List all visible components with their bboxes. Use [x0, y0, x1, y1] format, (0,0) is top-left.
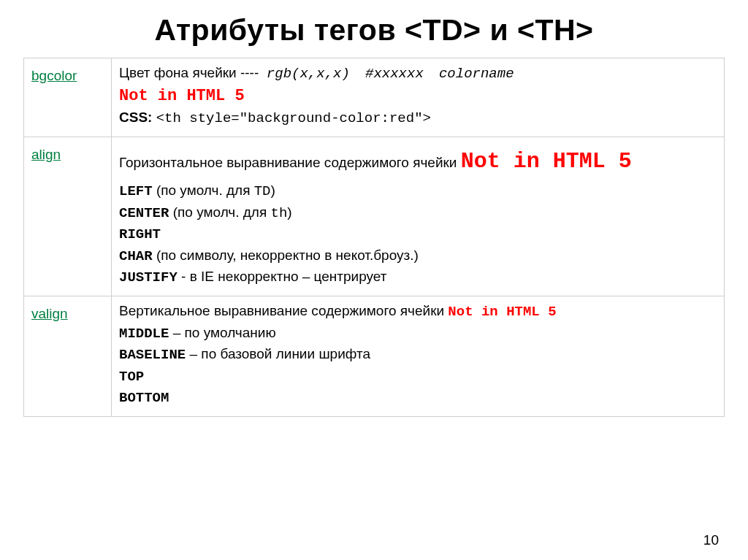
table-row: valign Вертикальное выравнивание содержи…: [24, 296, 725, 416]
value-justify: JUSTIFY: [119, 269, 178, 285]
not-in-html5-badge: Not in HTML 5: [119, 87, 245, 105]
value-center-close: ): [287, 204, 291, 220]
attr-link-valign[interactable]: valign: [24, 296, 112, 416]
attr-link-align[interactable]: align: [24, 137, 112, 296]
value-left-tag: TD: [254, 183, 271, 199]
css-code: <th style="background-color:red">: [156, 110, 431, 126]
table-row: align Горизонтальное выравнивание содерж…: [24, 137, 725, 296]
desc-text: Горизонтальное выравнивание содержимого …: [119, 155, 457, 170]
value-top: TOP: [119, 369, 144, 385]
page-title: Атрибуты тегов <TD> и <TH>: [0, 0, 748, 58]
value-center-tag: th: [271, 205, 288, 221]
value-left-close: ): [271, 183, 275, 198]
value-middle: MIDDLE: [119, 326, 169, 342]
value-left: LEFT: [119, 183, 153, 199]
css-label: CSS:: [119, 110, 152, 125]
value-justify-note: - в IE некорректно – центрирует: [178, 269, 387, 284]
code-hex: #хххххх: [365, 66, 424, 82]
attr-desc-valign: Вертикальное выравнивание содержимого яч…: [112, 296, 725, 416]
value-bottom: BOTTOM: [119, 390, 169, 406]
value-char: CHAR: [119, 248, 153, 264]
desc-text: Вертикальное выравнивание содержимого яч…: [119, 303, 448, 318]
attr-desc-bgcolor: Цвет фона ячейки ---- rgb(x,x,x) #хххххх…: [112, 58, 725, 137]
desc-text: Цвет фона ячейки ----: [119, 65, 259, 80]
table-row: bgcolor Цвет фона ячейки ---- rgb(x,x,x)…: [24, 58, 725, 137]
page-number: 10: [703, 532, 719, 548]
code-rgb: rgb(x,x,x): [267, 66, 350, 82]
value-center-note: (по умолч. для: [169, 204, 270, 220]
value-right: RIGHT: [119, 226, 161, 242]
attr-desc-align: Горизонтальное выравнивание содержимого …: [112, 137, 725, 296]
value-middle-note: – по умолчанию: [169, 325, 275, 340]
code-colorname: colorname: [439, 66, 514, 82]
value-baseline-note: – по базовой линии шрифта: [186, 346, 370, 361]
attr-link-bgcolor[interactable]: bgcolor: [24, 58, 112, 137]
value-center: CENTER: [119, 205, 169, 221]
attributes-table: bgcolor Цвет фона ячейки ---- rgb(x,x,x)…: [23, 58, 725, 417]
value-baseline: BASELINE: [119, 347, 186, 363]
not-in-html5-badge: Not in HTML 5: [461, 149, 632, 174]
value-left-note: (по умолч. для: [153, 183, 254, 198]
not-in-html5-badge: Not in HTML 5: [448, 304, 556, 320]
value-char-note: (по символу, некорректно в некот.броуз.): [153, 248, 419, 263]
